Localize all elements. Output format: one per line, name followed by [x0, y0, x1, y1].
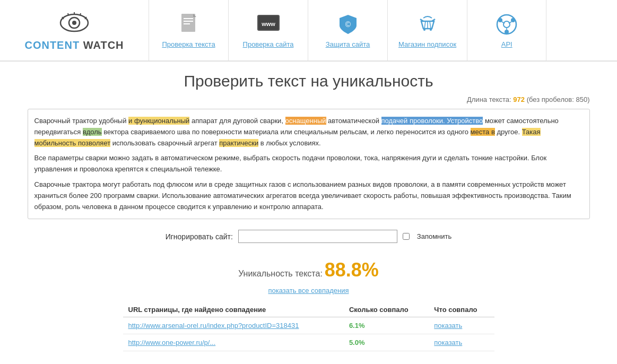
nav-site-protect[interactable]: © Защита сайта [308, 0, 387, 60]
svg-point-21 [430, 29, 432, 31]
show-all-matches-link[interactable]: показать все совпадения [28, 287, 590, 294]
api-icon [495, 13, 518, 36]
svg-text:©: © [345, 20, 351, 29]
svg-point-20 [423, 29, 425, 31]
result-show-0[interactable]: показать [434, 322, 462, 330]
result-show-1[interactable]: показать [434, 339, 462, 346]
svg-point-24 [498, 18, 502, 22]
uniqueness-label: Уникальность текста: [238, 269, 323, 278]
col-header-url: URL страницы, где найдено совпадение [123, 302, 344, 317]
svg-rect-11 [184, 21, 193, 22]
nav-store[interactable]: Магазин подписок [387, 0, 467, 60]
svg-line-6 [80, 13, 81, 15]
svg-point-23 [503, 21, 510, 28]
page-title: Проверить текст на уникальность [28, 72, 590, 90]
logo-icon [58, 10, 90, 36]
svg-rect-10 [184, 18, 193, 19]
logo-text: CONTENT WATCH [24, 39, 124, 51]
col-header-pct: Сколько совпало [344, 302, 429, 317]
result-pct-1: 5.0% [344, 334, 429, 351]
text-length-bar: Длина текста: 972 (без пробелов: 850) [28, 96, 590, 103]
svg-point-2 [72, 21, 76, 25]
uniqueness-value: 88.8% [325, 259, 379, 281]
svg-line-4 [68, 13, 68, 15]
svg-point-25 [511, 18, 515, 22]
www-icon: www [255, 13, 282, 36]
ignore-site-input[interactable] [238, 230, 397, 243]
ignore-site-label: Игнорировать сайт: [166, 232, 233, 241]
basket-icon [416, 13, 439, 36]
main-content: Проверить текст на уникальность Длина те… [17, 62, 601, 364]
result-url-1[interactable]: http://www.one-power.ru/p/... [128, 339, 216, 346]
svg-line-19 [430, 21, 431, 29]
col-header-what: Что совпало [429, 302, 494, 317]
shield-icon: © [336, 13, 360, 36]
nav-text-check[interactable]: Проверка текста [149, 0, 228, 60]
analyzed-text: Сварочный трактор удобный и функциональн… [28, 109, 590, 219]
svg-text:www: www [261, 21, 275, 27]
table-row: http://www.arsenal-orel.ru/index.php?pro… [123, 317, 494, 334]
svg-point-26 [505, 30, 509, 34]
logo[interactable]: CONTENT WATCH [0, 0, 149, 60]
ignore-site-row: Игнорировать сайт: Запомнить [28, 230, 590, 243]
nav-site-check[interactable]: www Проверка сайта [228, 0, 308, 60]
nav-api[interactable]: API [467, 0, 546, 60]
remember-checkbox[interactable] [403, 233, 410, 240]
result-url-0[interactable]: http://www.arsenal-orel.ru/index.php?pro… [128, 322, 299, 330]
remember-label: Запомнить [417, 232, 451, 240]
table-row: http://www.one-power.ru/p/... 5.0% показ… [123, 334, 494, 351]
result-pct-0: 6.1% [344, 317, 429, 334]
doc-icon [178, 13, 199, 36]
svg-rect-12 [184, 23, 190, 24]
svg-line-17 [424, 21, 425, 29]
results-table: URL страницы, где найдено совпадение Ско… [123, 302, 494, 351]
uniqueness-section: Уникальность текста: 88.8% [28, 259, 590, 281]
